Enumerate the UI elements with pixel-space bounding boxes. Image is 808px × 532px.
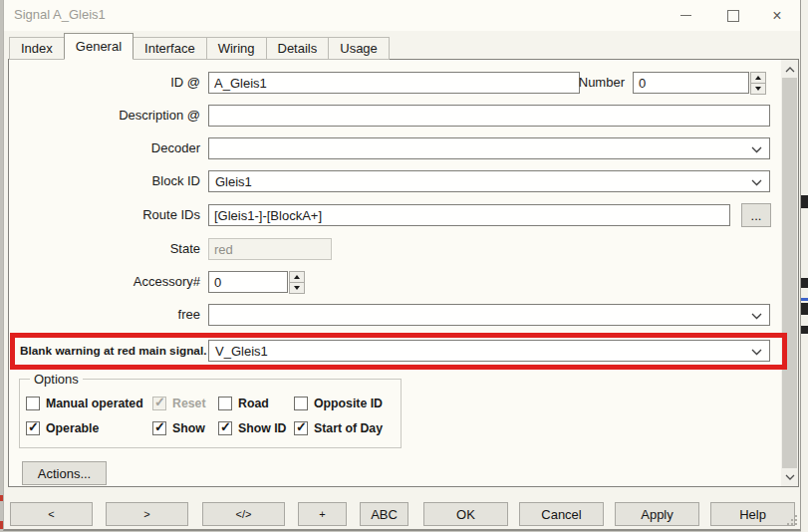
checkbox-show-id[interactable]: ✓ Show ID <box>218 420 287 436</box>
next-button[interactable]: > <box>106 502 188 526</box>
ellipsis-icon: ... <box>751 208 762 223</box>
chevron-up-icon <box>785 67 795 73</box>
ok-button[interactable]: OK <box>423 502 508 526</box>
scrollbar-thumb[interactable] <box>782 78 797 468</box>
checkbox-reset: ✓ Reset <box>152 396 206 411</box>
vertical-scrollbar[interactable] <box>781 60 798 486</box>
actions-button[interactable]: Actions... <box>22 461 107 485</box>
checkbox-box: ✓ <box>26 397 40 410</box>
resize-grip[interactable] <box>785 513 797 525</box>
apply-button[interactable]: Apply <box>615 502 699 526</box>
tab-usage[interactable]: Usage <box>328 37 390 60</box>
resize-grip-icon <box>795 523 797 525</box>
cancel-button[interactable]: Cancel <box>519 502 604 526</box>
background-artifact <box>801 303 808 315</box>
blank-warning-combobox[interactable]: V_Gleis1 <box>208 340 770 362</box>
free-combobox[interactable] <box>208 304 770 326</box>
signal-properties-dialog: Signal A_Gleis1 × Index General Interfac… <box>3 0 801 531</box>
screenshot-root: Signal A_Gleis1 × Index General Interfac… <box>0 0 808 532</box>
route-ids-browse-button[interactable]: ... <box>741 203 771 227</box>
help-button-label: Help <box>739 507 766 522</box>
prev-button[interactable]: < <box>10 502 93 526</box>
close-button[interactable]: × <box>755 0 799 31</box>
abc-button[interactable]: ABC <box>360 502 408 526</box>
background-sliver-right <box>801 0 808 532</box>
accessory-spin-down-button[interactable] <box>289 282 305 294</box>
state-label: State <box>9 238 200 260</box>
tab-general[interactable]: General <box>64 33 134 60</box>
number-input[interactable] <box>633 72 749 94</box>
checkbox-operable[interactable]: ✓ Operable <box>26 420 99 436</box>
code-button-label: </> <box>236 508 252 520</box>
checkmark-icon: ✓ <box>28 419 39 434</box>
apply-button-label: Apply <box>641 507 673 522</box>
checkbox-show[interactable]: ✓ Show <box>152 420 205 436</box>
code-button[interactable]: </> <box>202 502 285 526</box>
checkmark-icon: ✓ <box>154 419 165 434</box>
minimize-button[interactable] <box>664 0 707 31</box>
triangle-up-icon <box>294 275 300 279</box>
maximize-icon <box>727 10 739 22</box>
general-tab-panel: ID @ Number Description @ Decoder Block … <box>8 59 799 487</box>
checkbox-box: ✓ <box>218 421 232 435</box>
titlebar[interactable]: Signal A_Gleis1 × <box>4 0 800 31</box>
chevron-down-icon <box>751 146 762 153</box>
accessory-label: Accessory# <box>9 271 200 293</box>
tab-index[interactable]: Index <box>9 37 65 60</box>
checkbox-box: ✓ <box>26 421 40 435</box>
chevron-down-icon <box>785 474 795 480</box>
block-id-value: Gleis1 <box>215 173 252 190</box>
ok-button-label: OK <box>456 507 475 522</box>
abc-button-label: ABC <box>371 507 398 522</box>
checkbox-manual-operated[interactable]: ✓ Manual operated <box>26 396 143 411</box>
triangle-up-icon <box>755 76 761 80</box>
accessory-spinner <box>289 271 305 294</box>
checkbox-start-of-day[interactable]: ✓ Start of Day <box>294 420 383 436</box>
window-title: Signal A_Gleis1 <box>14 7 106 22</box>
background-artifact <box>801 326 808 334</box>
description-input[interactable] <box>208 105 770 127</box>
accessory-input[interactable] <box>208 271 288 293</box>
checkmark-icon: ✓ <box>154 395 165 409</box>
state-input <box>208 238 332 260</box>
checkbox-box: ✓ <box>152 421 166 435</box>
number-spinner <box>750 72 766 95</box>
add-button[interactable]: + <box>298 502 347 526</box>
add-button-label: + <box>319 508 325 520</box>
route-ids-input[interactable] <box>208 204 730 226</box>
scroll-down-button[interactable] <box>781 468 798 485</box>
checkbox-opposite-id[interactable]: ✓ Opposite ID <box>294 396 383 411</box>
checkbox-box: ✓ <box>294 397 308 410</box>
help-button[interactable]: Help <box>710 502 795 526</box>
decoder-combobox[interactable] <box>208 137 770 159</box>
free-label: free <box>9 304 200 326</box>
tab-details[interactable]: Details <box>266 37 330 60</box>
chevron-down-icon <box>751 313 762 320</box>
close-icon: × <box>772 8 781 24</box>
actions-button-label: Actions... <box>38 466 91 481</box>
maximize-button[interactable] <box>711 0 755 31</box>
block-id-label: Block ID <box>9 170 200 192</box>
checkbox-box: ✓ <box>218 397 232 410</box>
checkbox-road[interactable]: ✓ Road <box>218 396 269 411</box>
checkbox-box: ✓ <box>152 397 166 410</box>
triangle-down-icon <box>294 286 300 290</box>
background-artifact <box>801 298 808 301</box>
chevron-down-icon <box>751 349 762 356</box>
options-group: Options ✓ Manual operated ✓ Reset ✓ Road… <box>19 379 402 448</box>
background-artifact <box>801 278 808 288</box>
prev-button-label: < <box>48 508 54 520</box>
route-ids-label: Route IDs <box>9 204 200 226</box>
tab-interface[interactable]: Interface <box>133 37 207 60</box>
scroll-up-button[interactable] <box>781 61 798 78</box>
triangle-down-icon <box>755 87 761 91</box>
blank-warning-label: Blank warning at red main signal. <box>20 340 206 362</box>
id-label: ID @ <box>9 72 200 94</box>
description-label: Description @ <box>9 105 200 127</box>
number-label: Number <box>433 72 625 94</box>
number-spin-down-button[interactable] <box>750 83 766 95</box>
block-id-combobox[interactable]: Gleis1 <box>208 170 770 192</box>
background-artifact <box>801 195 808 208</box>
tab-wiring[interactable]: Wiring <box>206 37 267 60</box>
chevron-down-icon <box>751 179 762 186</box>
